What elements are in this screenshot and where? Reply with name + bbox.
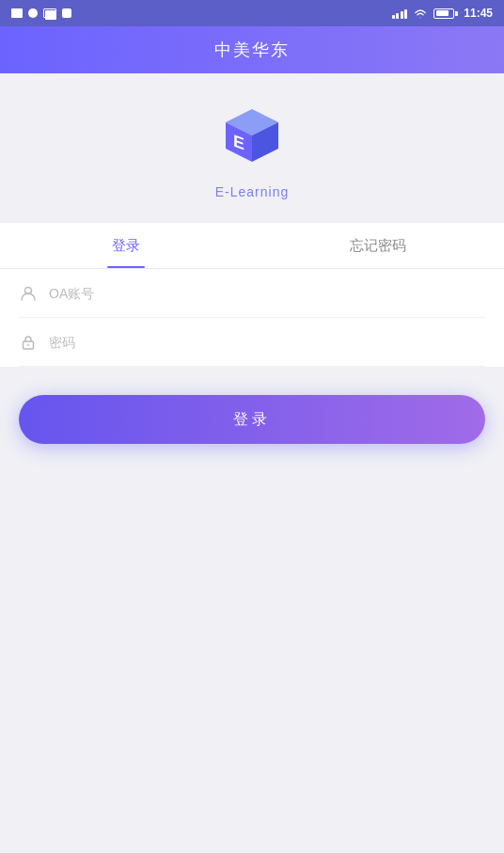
app-logo-icon: E [214, 102, 290, 177]
signal-icon [392, 8, 408, 19]
notification-icon-2 [28, 8, 38, 18]
empty-area [0, 463, 504, 853]
username-row [19, 269, 485, 318]
status-time: 11:45 [464, 7, 493, 20]
logo-text: E-Learning [215, 184, 290, 199]
user-icon [19, 284, 38, 303]
battery-icon [433, 8, 458, 19]
tab-login[interactable]: 登录 [0, 223, 252, 268]
header-title: 中美华东 [214, 39, 290, 61]
tab-forgot-label: 忘记密码 [350, 237, 406, 255]
status-bar: 11:45 [0, 0, 504, 26]
app-header: 中美华东 [0, 26, 504, 73]
logo-area: E E-Learning [0, 73, 504, 223]
lock-icon [19, 333, 38, 352]
tab-forgot-password[interactable]: 忘记密码 [252, 223, 504, 268]
notification-icon-3 [43, 8, 56, 18]
login-button-area: 登录 [0, 367, 504, 463]
username-input[interactable] [49, 286, 485, 301]
wifi-icon [413, 8, 428, 19]
password-input[interactable] [49, 335, 485, 350]
tab-bar: 登录 忘记密码 [0, 223, 504, 269]
status-bar-right: 11:45 [392, 7, 493, 20]
tab-login-label: 登录 [112, 237, 140, 255]
svg-point-6 [27, 344, 29, 346]
login-form [0, 269, 504, 367]
login-button[interactable]: 登录 [19, 395, 485, 444]
password-row [19, 318, 485, 367]
status-bar-left [11, 8, 71, 18]
notification-icon-4 [62, 8, 71, 18]
notification-icon-1 [11, 8, 23, 18]
